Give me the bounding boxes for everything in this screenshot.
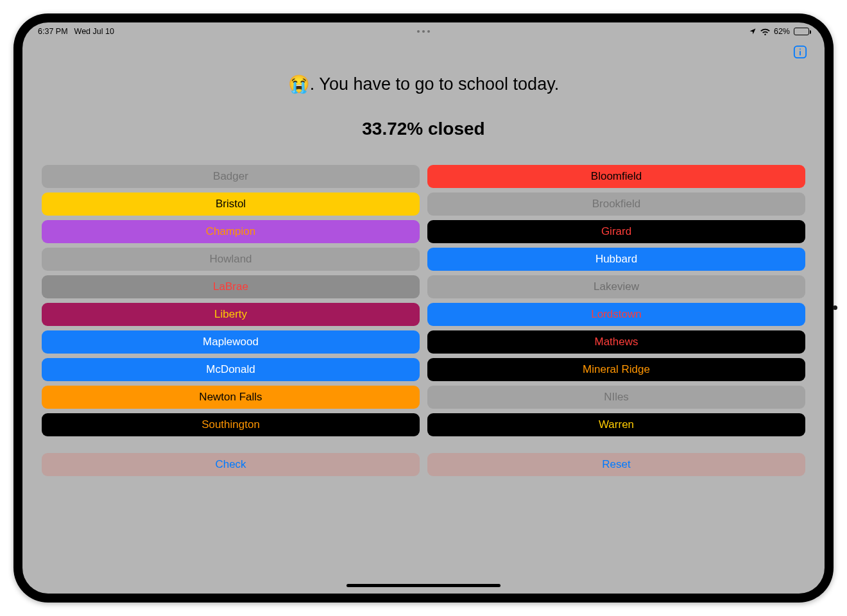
school-name: LaBrae [213, 280, 248, 293]
school-tile[interactable]: Badger [42, 165, 420, 188]
school-name: Maplewood [203, 336, 259, 348]
school-tile[interactable]: Girard [427, 220, 805, 243]
school-tile[interactable]: Mathews [427, 330, 805, 354]
status-date: Wed Jul 10 [74, 27, 114, 36]
school-name: Warren [599, 418, 634, 431]
dot-icon [422, 30, 425, 33]
check-button[interactable]: Check [42, 453, 420, 476]
school-name: Bloomfield [591, 170, 642, 183]
school-name: Bristol [216, 198, 246, 210]
school-name: Lordstown [591, 308, 641, 321]
school-tile[interactable]: Lakeview [427, 275, 805, 298]
battery-icon [794, 28, 809, 35]
schools-grid: BadgerBloomfieldBristolBrookfieldChampio… [42, 165, 805, 436]
reset-button[interactable]: Reset [427, 453, 805, 476]
home-indicator[interactable] [346, 584, 501, 587]
school-tile[interactable]: Brookfield [427, 193, 805, 216]
school-name: Newton Falls [199, 391, 262, 404]
school-name: Champion [206, 225, 256, 238]
school-name: Girard [601, 225, 631, 238]
status-bar: 6:37 PM Wed Jul 10 62% [22, 22, 825, 40]
status-time: 6:37 PM [38, 27, 68, 36]
school-tile[interactable]: LaBrae [42, 275, 420, 298]
school-tile[interactable]: Maplewood [42, 330, 420, 354]
school-name: Mineral Ridge [583, 363, 650, 376]
school-tile[interactable]: Mineral Ridge [427, 358, 805, 381]
school-tile[interactable]: Champion [42, 220, 420, 243]
dot-icon [427, 30, 430, 33]
school-tile[interactable]: Bloomfield [427, 165, 805, 188]
dot-icon [417, 30, 420, 33]
school-name: Liberty [214, 308, 247, 321]
school-tile[interactable]: Newton Falls [42, 386, 420, 409]
location-icon [749, 28, 757, 35]
school-name: NIles [604, 391, 629, 404]
svg-rect-2 [800, 51, 801, 55]
school-name: Badger [213, 170, 248, 183]
info-button[interactable] [792, 44, 808, 60]
school-name: Mathews [594, 336, 638, 348]
school-tile[interactable]: Bristol [42, 193, 420, 216]
school-tile[interactable]: Lordstown [427, 303, 805, 326]
school-tile[interactable]: Southington [42, 413, 420, 436]
wifi-icon [760, 28, 770, 35]
info-icon [793, 45, 807, 59]
school-tile[interactable]: Liberty [42, 303, 420, 326]
screen: 6:37 PM Wed Jul 10 62% [22, 22, 825, 594]
svg-rect-1 [800, 49, 801, 50]
school-name: Southington [201, 418, 260, 431]
school-tile[interactable]: Howland [42, 248, 420, 271]
ipad-device-frame: 6:37 PM Wed Jul 10 62% [13, 13, 834, 603]
school-name: Howland [209, 253, 252, 266]
school-name: Brookfield [592, 198, 641, 210]
school-tile[interactable]: NIles [427, 386, 805, 409]
school-tile[interactable]: Warren [427, 413, 805, 436]
headline-text: 😭. You have to go to school today. [22, 74, 825, 94]
school-name: Hubbard [595, 253, 637, 266]
school-tile[interactable]: Hubbard [427, 248, 805, 271]
multitask-dots[interactable] [417, 30, 430, 33]
status-battery-pct: 62% [774, 27, 790, 36]
school-name: Lakeview [594, 280, 639, 293]
school-tile[interactable]: McDonald [42, 358, 420, 381]
school-name: McDonald [206, 363, 255, 376]
percent-closed: 33.72% closed [22, 119, 825, 139]
